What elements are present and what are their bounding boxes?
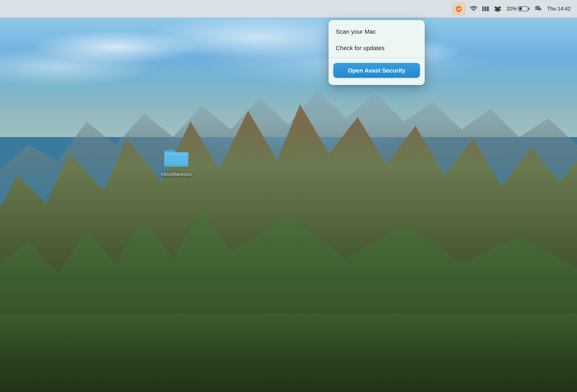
svg-rect-3 bbox=[486, 6, 487, 11]
avast-menubar-icon[interactable] bbox=[452, 2, 465, 15]
svg-point-9 bbox=[539, 8, 541, 10]
folder-icon-svg bbox=[162, 144, 190, 168]
battery-tip bbox=[529, 8, 529, 10]
svg-rect-0 bbox=[482, 6, 483, 11]
folder-icon-wrapper bbox=[162, 144, 190, 168]
svg-rect-2 bbox=[485, 6, 486, 11]
svg-rect-5 bbox=[488, 6, 489, 11]
svg-rect-12 bbox=[164, 164, 188, 167]
menubar: 32% Thu 14:42 bbox=[0, 0, 577, 18]
open-avast-button[interactable]: Open Avast Security bbox=[333, 63, 420, 78]
dropbox-icon-svg bbox=[494, 5, 501, 12]
wifi-icon[interactable] bbox=[470, 6, 477, 12]
barcode-icon[interactable] bbox=[482, 6, 489, 12]
menu-divider bbox=[329, 58, 425, 58]
ground-strip bbox=[0, 313, 577, 392]
avast-dropdown-menu: Scan your Mac Check for updates Open Ava… bbox=[329, 20, 425, 85]
scan-mac-menu-item[interactable]: Scan your Mac bbox=[329, 23, 425, 40]
battery-percent-label: 32% bbox=[506, 6, 516, 12]
svg-rect-11 bbox=[164, 152, 188, 156]
barcode-icon-svg bbox=[482, 6, 489, 12]
dropbox-icon[interactable] bbox=[494, 5, 501, 12]
folder-label: miscellaneous bbox=[161, 172, 192, 177]
svg-rect-1 bbox=[484, 6, 484, 11]
battery-indicator[interactable]: 32% bbox=[506, 6, 529, 12]
open-avast-row: Open Avast Security bbox=[329, 60, 425, 82]
control-center-icon-svg bbox=[534, 6, 542, 12]
menubar-right-items: 32% Thu 14:42 bbox=[452, 2, 571, 15]
svg-rect-4 bbox=[487, 6, 488, 11]
check-updates-menu-item[interactable]: Check for updates bbox=[329, 40, 425, 56]
desktop-folder-miscellaneous[interactable]: miscellaneous bbox=[160, 144, 192, 177]
avast-icon bbox=[455, 5, 463, 13]
battery-fill bbox=[519, 7, 522, 10]
dropdown-menu-inner: Scan your Mac Check for updates Open Ava… bbox=[329, 20, 425, 85]
wifi-icon-svg bbox=[470, 6, 477, 12]
svg-point-8 bbox=[537, 6, 539, 8]
datetime-display[interactable]: Thu 14:42 bbox=[547, 6, 571, 12]
battery-icon bbox=[518, 6, 529, 11]
cloud-layer bbox=[0, 8, 577, 106]
control-center-icon[interactable] bbox=[534, 6, 542, 12]
desktop-background bbox=[0, 0, 577, 392]
